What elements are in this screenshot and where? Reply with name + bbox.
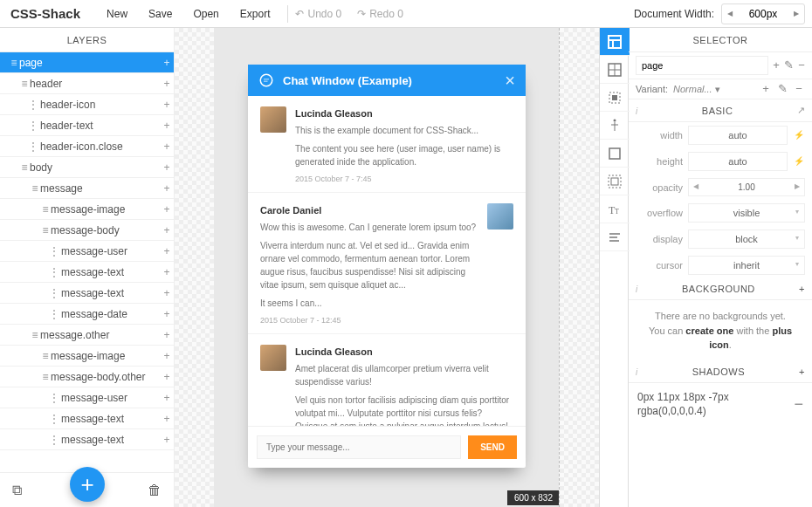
layer-item[interactable]: ⋮header-text+ [0, 115, 174, 136]
overflow-value[interactable]: visible [688, 203, 805, 223]
redo-button[interactable]: Redo 0 [357, 8, 403, 20]
close-icon[interactable]: × [505, 71, 515, 91]
leaf-icon: ⋮ [47, 434, 61, 446]
opacity-increase[interactable]: ▶ [790, 179, 804, 195]
width-bolt-icon[interactable]: ⚡ [793, 126, 805, 145]
layer-add-icon[interactable]: + [160, 182, 174, 195]
layer-item[interactable]: ≡message-image+ [0, 199, 174, 220]
selector-remove-icon[interactable]: − [798, 59, 805, 72]
layer-item[interactable]: ≡page+ [0, 52, 174, 73]
add-layer-fab[interactable]: + [70, 467, 105, 502]
layer-add-icon[interactable]: + [160, 99, 174, 111]
doc-width-increase[interactable]: ▶ [788, 4, 804, 24]
layer-item[interactable]: ≡header+ [0, 73, 174, 94]
layer-item[interactable]: ⋮header-icon+ [0, 94, 174, 115]
layer-item[interactable]: ≡message-image+ [0, 346, 174, 367]
opacity-stepper[interactable]: ◀1.00▶ [688, 178, 805, 196]
menu-save[interactable]: Save [138, 8, 182, 20]
layer-add-icon[interactable]: + [160, 266, 174, 278]
menu-open[interactable]: Open [182, 8, 229, 20]
grip-icon[interactable]: ≡ [40, 203, 51, 216]
layer-add-icon[interactable]: + [160, 140, 174, 153]
doc-width-decrease[interactable]: ◀ [722, 4, 738, 24]
layer-add-icon[interactable]: + [160, 413, 174, 425]
opacity-value[interactable]: 1.00 [703, 179, 790, 195]
shadows-add-icon[interactable]: + [799, 367, 805, 377]
layer-item[interactable]: ⋮message-text+ [0, 408, 174, 429]
layer-add-icon[interactable]: + [160, 371, 174, 383]
message-text: The content you see here (user image, us… [295, 142, 513, 168]
tool-align-left[interactable] [600, 223, 630, 251]
grip-icon[interactable]: ≡ [19, 161, 30, 174]
layer-add-icon[interactable]: + [160, 245, 174, 257]
message-text: Vel quis non tortor facilisis adipiscing… [295, 394, 513, 427]
layer-add-icon[interactable]: + [160, 78, 174, 90]
background-add-icon[interactable]: + [799, 284, 805, 294]
layer-item[interactable]: ⋮message-date+ [0, 304, 174, 325]
tool-bounds[interactable] [600, 84, 630, 112]
tool-layout[interactable] [600, 28, 630, 56]
grip-icon[interactable]: ≡ [40, 371, 51, 383]
message-input[interactable] [257, 435, 461, 459]
cursor-value[interactable]: inherit [688, 256, 805, 275]
layer-add-icon[interactable]: + [160, 287, 174, 299]
grip-icon[interactable]: ≡ [40, 350, 51, 362]
grip-icon[interactable]: ≡ [30, 329, 40, 341]
grip-icon[interactable]: ≡ [40, 224, 51, 236]
selector-add-icon[interactable]: + [773, 59, 780, 72]
shadow-remove-icon[interactable]: − [794, 395, 803, 414]
layer-item[interactable]: ⋮message-text+ [0, 429, 174, 450]
layer-item[interactable]: ⋮message-text+ [0, 283, 174, 304]
menu-export[interactable]: Export [230, 8, 281, 20]
layer-add-icon[interactable]: + [160, 350, 174, 362]
tool-text-align[interactable] [600, 112, 630, 140]
grip-icon[interactable]: ≡ [9, 57, 19, 69]
layer-add-icon[interactable]: + [160, 57, 174, 69]
layer-item[interactable]: ⋮message-user+ [0, 387, 174, 408]
layer-item[interactable]: ≡message-body+ [0, 220, 174, 241]
layer-add-icon[interactable]: + [160, 329, 174, 341]
trash-icon[interactable]: 🗑 [148, 483, 162, 498]
edit-icon[interactable]: ✎ [784, 59, 794, 72]
layer-item[interactable]: ⋮message-text+ [0, 262, 174, 283]
layer-add-icon[interactable]: + [160, 308, 174, 320]
shadow-item[interactable]: 0px 11px 18px -7px rgba(0,0,0,0.4)− [629, 383, 812, 427]
layer-item[interactable]: ⋮header-icon.close+ [0, 136, 174, 157]
layer-add-icon[interactable]: + [160, 392, 174, 404]
display-value[interactable]: block [688, 230, 805, 249]
expand-icon[interactable] [797, 105, 806, 116]
tool-grid[interactable] [600, 56, 630, 84]
layer-add-icon[interactable]: + [160, 161, 174, 174]
tool-typography[interactable]: TT [600, 195, 630, 223]
layer-item[interactable]: ⋮message-user+ [0, 241, 174, 262]
undo-button[interactable]: Undo 0 [295, 8, 341, 20]
width-value[interactable]: auto [688, 126, 788, 145]
layer-item[interactable]: ≡message.other+ [0, 325, 174, 346]
variant-value[interactable]: Normal... ▾ [673, 84, 755, 95]
layer-item[interactable]: ≡body+ [0, 157, 174, 178]
doc-width-input[interactable] [738, 8, 788, 20]
layer-add-icon[interactable]: + [160, 203, 174, 216]
message-user: Lucinda Gleason [295, 345, 513, 360]
variant-add-icon[interactable]: + [760, 83, 772, 95]
layer-item[interactable]: ≡message+ [0, 178, 174, 199]
variant-edit-icon[interactable]: ✎ [776, 83, 788, 95]
menu-new[interactable]: New [96, 8, 138, 20]
layer-add-icon[interactable]: + [160, 434, 174, 446]
layer-add-icon[interactable]: + [160, 120, 174, 132]
height-value[interactable]: auto [688, 152, 788, 171]
height-bolt-icon[interactable]: ⚡ [793, 152, 805, 171]
layer-add-icon[interactable]: + [160, 224, 174, 236]
variant-remove-icon[interactable]: − [793, 83, 805, 95]
layer-item[interactable]: ≡message-body.other+ [0, 367, 174, 387]
canvas-area[interactable]: Chat Window (Example) × Lucinda GleasonT… [175, 28, 599, 507]
duplicate-icon[interactable]: ⧉ [12, 483, 22, 498]
opacity-decrease[interactable]: ◀ [689, 179, 703, 195]
tool-padding[interactable] [600, 168, 630, 195]
basic-title: BASIC [638, 106, 797, 116]
tool-border[interactable] [600, 140, 630, 168]
grip-icon[interactable]: ≡ [19, 78, 30, 90]
selector-input[interactable] [636, 56, 768, 75]
grip-icon[interactable]: ≡ [30, 182, 40, 195]
send-button[interactable]: SEND [468, 435, 517, 459]
